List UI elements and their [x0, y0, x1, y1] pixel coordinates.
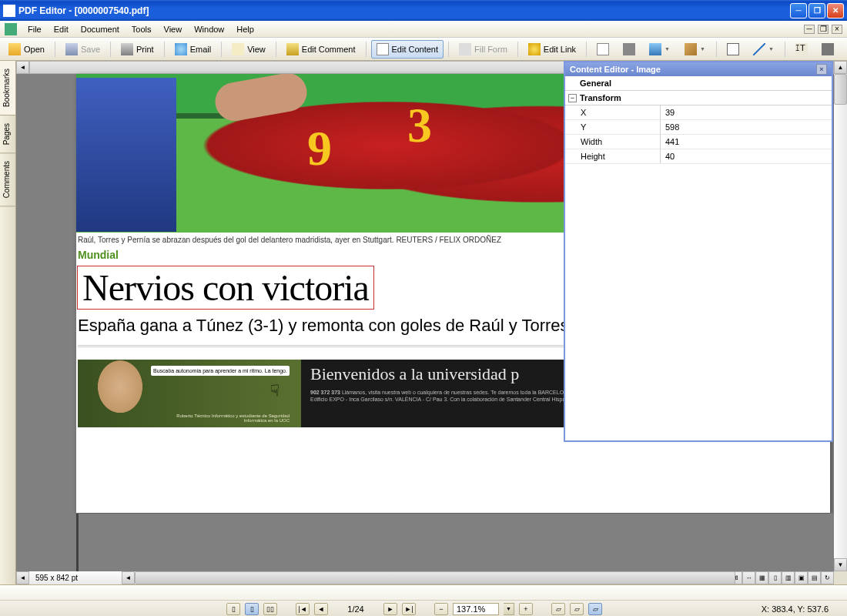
save-button[interactable]: Save	[60, 40, 105, 59]
edit-comment-button[interactable]: Edit Comment	[281, 40, 361, 59]
property-label: Height	[565, 149, 661, 163]
menu-edit[interactable]: Edit	[48, 23, 75, 35]
page-layout-1-button[interactable]: ▱	[551, 603, 565, 615]
scroll-left-button[interactable]: ◄	[122, 571, 135, 584]
single-page-view-button[interactable]: ▯	[226, 603, 240, 615]
sidebar-tab-pages[interactable]: Pages	[0, 116, 15, 153]
scroll-track[interactable]	[135, 571, 716, 584]
menu-tools[interactable]: Tools	[126, 23, 158, 35]
section-general[interactable]: General	[565, 76, 832, 91]
fill-form-button[interactable]: Fill Form	[454, 40, 513, 59]
mdi-minimize-button[interactable]: ─	[804, 25, 815, 34]
note-tool-button[interactable]	[618, 40, 641, 59]
line-tool-button[interactable]: ▼	[748, 40, 780, 59]
hand-icon	[232, 43, 244, 55]
content-editor-panel[interactable]: Content Editor - Image × General − Trans…	[564, 61, 833, 442]
page-number-field[interactable]	[333, 603, 379, 615]
edit-link-button[interactable]: Edit Link	[523, 40, 581, 59]
mdi-restore-button[interactable]: ❐	[818, 25, 829, 34]
continuous-view-button[interactable]: ▯	[245, 603, 259, 615]
actual-size-button[interactable]: ▦	[755, 571, 768, 584]
ad-attribution: Roberto Técnico Informático y estudiante…	[170, 413, 290, 423]
continuous-button[interactable]: ▥	[782, 571, 795, 584]
sticky-note-icon	[623, 43, 635, 55]
menu-help[interactable]: Help	[230, 23, 260, 35]
sign-tool-button[interactable]: ▼	[644, 40, 676, 59]
menu-document[interactable]: Document	[75, 23, 126, 35]
continuous-facing-button[interactable]: ▤	[808, 571, 821, 584]
cursor-icon	[377, 43, 389, 55]
last-page-button[interactable]: ►|	[402, 603, 416, 615]
property-row-width: Width 441	[565, 135, 832, 149]
vertical-scrollbar[interactable]: ▲ ▼	[834, 61, 847, 571]
mdi-close-button[interactable]: ×	[832, 25, 842, 34]
jersey-number: 9	[307, 120, 332, 177]
zoom-out-button[interactable]: −	[434, 603, 448, 615]
first-page-button[interactable]: |◄	[296, 603, 310, 615]
textbox-tool-button[interactable]	[721, 40, 745, 59]
window-close-button[interactable]: ✕	[827, 3, 844, 18]
menu-file[interactable]: File	[22, 23, 48, 35]
property-value[interactable]: 441	[661, 135, 832, 149]
window-title: PDF Editor - [0000007540.pdf]	[18, 5, 790, 16]
article-headline[interactable]: Nervios con victoria	[78, 266, 373, 309]
open-button[interactable]: Open	[3, 40, 50, 59]
view-button[interactable]: View	[226, 40, 271, 59]
facing-view-button[interactable]: ▯▯	[263, 603, 277, 615]
separator	[366, 42, 367, 57]
single-page-button[interactable]: ▯	[768, 571, 782, 584]
facing-button[interactable]: ▣	[795, 571, 808, 584]
page-layout-2-button[interactable]: ▱	[570, 603, 584, 615]
print-button[interactable]: Print	[116, 40, 159, 59]
separator	[221, 42, 222, 57]
window-minimize-button[interactable]: ─	[790, 3, 807, 18]
separator	[164, 42, 165, 57]
page-dimensions-label: 595 x 842 pt	[29, 574, 122, 582]
zoom-in-button[interactable]: +	[519, 603, 533, 615]
scroll-up-button[interactable]: ▲	[834, 61, 847, 74]
property-row-height: Height 40	[565, 149, 832, 164]
previous-page-button[interactable]: ◄	[314, 603, 328, 615]
property-value[interactable]: 598	[661, 120, 832, 134]
text-tool-button[interactable]	[591, 40, 614, 59]
scroll-thumb[interactable]	[135, 571, 735, 584]
rotate-button[interactable]: ↻	[821, 571, 834, 584]
edit-content-button[interactable]: Edit Content	[371, 40, 444, 59]
next-page-button[interactable]: ►	[383, 603, 397, 615]
scroll-left-button[interactable]: ◄	[16, 61, 29, 74]
touchup-text-button[interactable]: ꕯT	[790, 40, 813, 59]
ad-speech-bubble: Buscaba autonomía para aprender a mi rit…	[151, 366, 290, 376]
chevron-down-icon: ▼	[665, 46, 671, 52]
menu-view[interactable]: View	[158, 23, 189, 35]
snapshot-button[interactable]	[816, 40, 839, 59]
menu-window[interactable]: Window	[188, 23, 230, 35]
app-icon	[3, 5, 15, 17]
panel-titlebar[interactable]: Content Editor - Image ×	[565, 62, 832, 76]
zoom-level-field[interactable]	[453, 603, 499, 615]
stamp-icon	[649, 43, 661, 55]
fit-width-button[interactable]: ↔	[742, 571, 755, 584]
panel-close-button[interactable]: ×	[816, 64, 827, 75]
scroll-down-button[interactable]: ▼	[834, 558, 847, 571]
section-transform[interactable]: − Transform	[565, 91, 832, 105]
separator	[716, 42, 717, 57]
property-value[interactable]: 40	[661, 149, 832, 163]
page-layout-3-button[interactable]: ▱	[588, 603, 602, 615]
property-value[interactable]: 39	[661, 105, 832, 119]
pencil-tool-button[interactable]: ▼	[679, 40, 711, 59]
separator	[785, 42, 785, 57]
scroll-track[interactable]	[834, 74, 847, 558]
page-size-menu-button[interactable]: ◄	[16, 571, 29, 584]
folder-open-icon	[8, 43, 21, 55]
window-maximize-button[interactable]: ❐	[808, 3, 825, 18]
email-button[interactable]: Email	[169, 40, 217, 59]
navigation-bar: ▯ ▯ ▯▯ |◄ ◄ ► ►| − ▼ + ▱ ▱ ▱ X: 383.4, Y…	[0, 601, 847, 616]
collapse-icon[interactable]: −	[568, 94, 577, 102]
sidebar-tab-bookmarks[interactable]: Bookmarks	[0, 61, 15, 116]
sidebar-tab-comments[interactable]: Comments	[0, 153, 15, 206]
zoom-dropdown-button[interactable]: ▼	[504, 603, 514, 615]
separator	[586, 42, 587, 57]
selected-text-object[interactable]: Nervios con victoria	[77, 266, 374, 310]
scroll-thumb[interactable]	[834, 74, 847, 105]
panel-title-text: Content Editor - Image	[570, 65, 661, 74]
